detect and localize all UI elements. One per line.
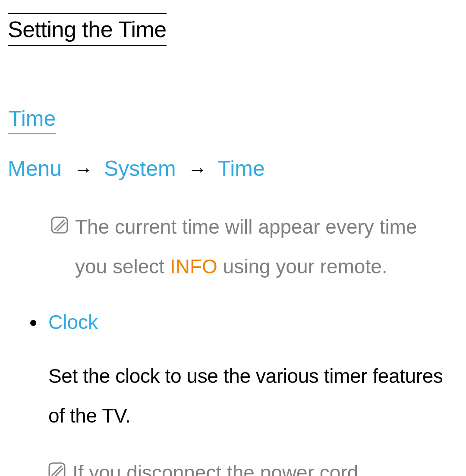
arrow-icon: → xyxy=(74,159,93,180)
page-title-wrap: Setting the Time xyxy=(8,13,458,46)
note-text: The current time will appear every time … xyxy=(75,207,458,286)
note-icon xyxy=(51,207,68,247)
note-text: If you disconnect the power cord, xyxy=(72,453,458,476)
section-label: Time xyxy=(8,106,56,134)
breadcrumb-item-menu: Menu xyxy=(8,157,62,181)
note-block: If you disconnect the power cord, xyxy=(48,453,458,476)
bullet-title: Clock xyxy=(48,311,98,333)
bullet-block: Clock Set the clock to use the various t… xyxy=(30,310,458,476)
breadcrumb-item-time: Time xyxy=(218,157,265,181)
section-label-wrap: Time xyxy=(8,106,458,134)
info-keyword: INFO xyxy=(170,255,217,278)
breadcrumb: Menu → System → Time xyxy=(8,156,458,181)
note-icon xyxy=(48,453,66,476)
note-block: The current time will appear every time … xyxy=(51,207,458,286)
page-title: Setting the Time xyxy=(8,13,167,46)
arrow-icon: → xyxy=(188,159,207,180)
breadcrumb-item-system: System xyxy=(104,157,176,181)
bullet-description: Set the clock to use the various timer f… xyxy=(48,356,458,435)
bullet-dot-icon xyxy=(30,320,36,326)
note1-post: using your remote. xyxy=(217,255,387,278)
